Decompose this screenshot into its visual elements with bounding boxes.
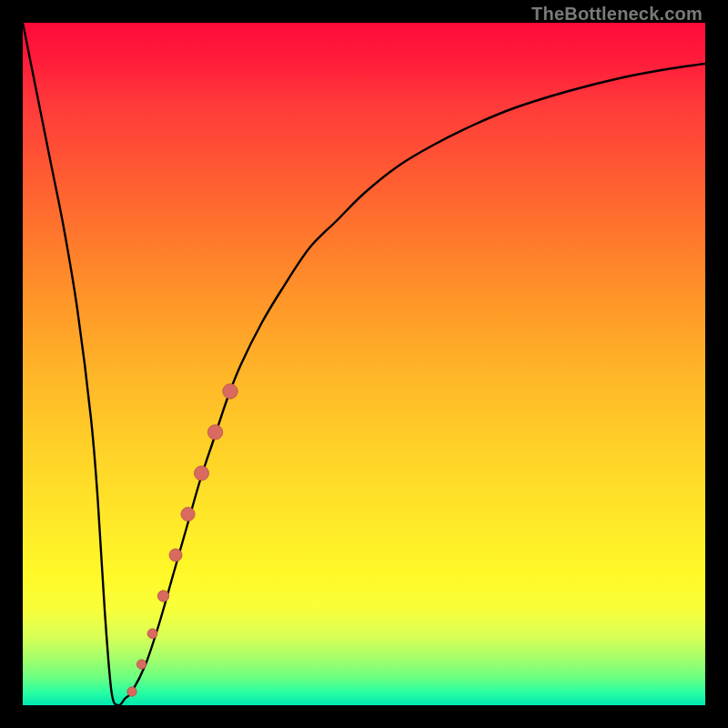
data-marker [169, 549, 182, 561]
data-marker [127, 687, 136, 696]
curve-layer [23, 23, 705, 705]
data-marker [181, 507, 195, 521]
data-marker [157, 591, 168, 602]
data-marker [223, 384, 238, 399]
data-marker [147, 629, 157, 639]
bottleneck-curve [23, 23, 705, 705]
attribution-label: TheBottleneck.com [531, 4, 703, 25]
data-marker [207, 425, 222, 440]
chart-frame: TheBottleneck.com [0, 0, 728, 728]
data-marker [195, 466, 209, 480]
plot-area [23, 23, 705, 705]
data-marker [136, 660, 146, 669]
